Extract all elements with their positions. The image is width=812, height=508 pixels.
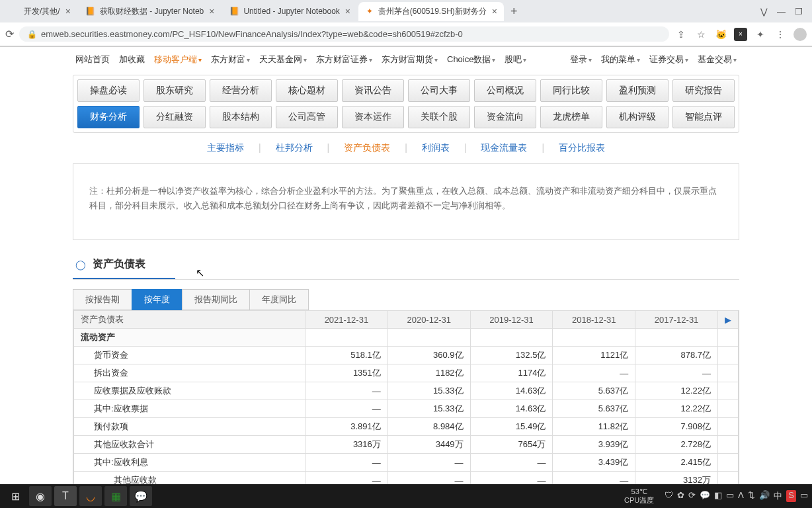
task-wechat[interactable]: 💬 (130, 486, 152, 506)
category-button[interactable]: 股东研究 (143, 79, 206, 102)
category-button[interactable]: 公司高管 (276, 106, 338, 128)
url-bar[interactable]: 🔒 emweb.securities.eastmoney.com/PC_HSF1… (19, 26, 669, 42)
tray-notif-icon[interactable]: ▭ (800, 490, 808, 502)
nav-menu[interactable]: 我的菜单 (598, 52, 643, 67)
window-line-icon[interactable]: — (777, 7, 786, 17)
nav-fund[interactable]: 天天基金网 (257, 52, 309, 67)
tray-app-icon[interactable]: ✿ (677, 490, 684, 502)
nav-fav[interactable]: 加收藏 (116, 52, 147, 67)
new-tab-button[interactable]: + (505, 2, 523, 21)
filter-tab[interactable]: 年度同比 (249, 289, 309, 310)
tray-s-icon[interactable]: S (786, 490, 796, 502)
category-button[interactable]: 股本结构 (210, 106, 272, 128)
tab-1[interactable]: 📙获取财经数据 - Jupyter Noteb× (79, 2, 222, 21)
task-excel[interactable]: ▦ (104, 486, 127, 506)
category-button[interactable]: 盈利预测 (606, 79, 669, 102)
nav-sec[interactable]: 东方财富证券 (313, 52, 375, 67)
close-icon[interactable]: × (345, 6, 350, 17)
nav-home[interactable]: 网站首页 (73, 52, 112, 67)
category-button[interactable]: 资讯公告 (342, 79, 404, 102)
table-row: 应收票据及应收账款—15.33亿14.63亿5.637亿12.22亿 (74, 382, 739, 400)
nav-login[interactable]: 登录 (567, 52, 594, 67)
cell-value: — (305, 400, 388, 418)
tray-vol-icon[interactable]: 🔊 (759, 490, 770, 502)
cell-value: 3449万 (387, 436, 470, 454)
nav-trade[interactable]: 证券交易 (647, 52, 691, 67)
category-button[interactable]: 智能点评 (672, 106, 735, 128)
subtab-link[interactable]: 主要指标 (207, 142, 244, 154)
cell-value: — (635, 364, 718, 382)
subtab-link[interactable]: 百分比报表 (559, 142, 605, 154)
scroll-right-icon[interactable]: ▶ (718, 311, 739, 329)
category-button[interactable]: 财务分析 (77, 106, 140, 128)
cell-value: 15.33亿 (387, 382, 470, 400)
close-icon[interactable]: × (209, 6, 214, 17)
filter-tab[interactable]: 按年度 (132, 289, 183, 310)
subtab-link[interactable]: 现金流量表 (481, 142, 527, 154)
url-text: emweb.securities.eastmoney.com/PC_HSF10/… (41, 29, 463, 39)
subtab-link[interactable]: 利润表 (422, 142, 450, 154)
tab-2[interactable]: 📙Untitled - Jupyter Notebook× (222, 2, 357, 21)
row-label: 其他应收款合计 (74, 436, 305, 454)
shield-icon[interactable]: 🐱 (714, 28, 727, 41)
category-button[interactable]: 同行比较 (540, 79, 602, 102)
close-icon[interactable]: × (492, 6, 497, 17)
tray-icons[interactable]: 🛡 ✿ ⟳ 💬 ◧ ▭ ᐱ ⇅ 🔊 中 S ▭ (665, 490, 808, 502)
share-icon[interactable]: ⇪ (674, 28, 688, 41)
nav-fundtrade[interactable]: 基金交易 (695, 52, 739, 67)
tray-disp-icon[interactable]: ▭ (726, 490, 734, 502)
category-button[interactable]: 核心题材 (276, 79, 338, 102)
category-button[interactable]: 经营分析 (210, 79, 272, 102)
cell-value: 2.415亿 (635, 454, 718, 472)
subtab-link[interactable]: 资产负债表 (344, 142, 390, 154)
jupyter-icon: 📙 (85, 6, 96, 17)
category-button[interactable]: 资金流向 (474, 106, 536, 128)
bookmark-icon[interactable]: ☆ (694, 28, 708, 41)
tray-sync-icon[interactable]: ⟳ (688, 490, 696, 502)
cell-value: 3.891亿 (305, 418, 388, 436)
tray-shield-icon[interactable]: 🛡 (665, 490, 673, 502)
cell-value: 7654万 (470, 436, 553, 454)
window-minimize-icon[interactable]: ⋁ (760, 7, 768, 17)
category-button[interactable]: 龙虎榜单 (540, 106, 602, 128)
profile-icon[interactable] (793, 28, 807, 41)
nav-mobile[interactable]: 移动客户端 (151, 52, 204, 67)
nav-df[interactable]: 东方财富 (208, 52, 253, 67)
ext-icon[interactable]: × (734, 28, 747, 41)
start-button[interactable]: ⊞ (4, 486, 26, 506)
tab-0[interactable]: 开发/其他/× (3, 2, 77, 21)
filter-tab[interactable]: 按报告期 (73, 289, 132, 310)
category-button[interactable]: 分红融资 (143, 106, 206, 128)
cell-value (470, 329, 553, 347)
reload-icon[interactable]: ⟳ (5, 28, 14, 40)
tray-wifi-icon[interactable]: ⇅ (748, 490, 755, 502)
tray-ime-icon[interactable]: 中 (774, 490, 782, 502)
filter-tab[interactable]: 报告期同比 (182, 289, 250, 310)
task-app-t[interactable]: T (54, 486, 77, 506)
menu-icon[interactable]: ⋮ (774, 28, 787, 41)
tray-chat-icon[interactable]: 💬 (700, 490, 710, 502)
row-label: 流动资产 (74, 329, 305, 347)
category-button[interactable]: 公司概况 (474, 79, 536, 102)
category-button[interactable]: 操盘必读 (77, 79, 140, 102)
task-app-c[interactable]: ◡ (79, 486, 102, 506)
category-button[interactable]: 公司大事 (408, 79, 470, 102)
sub-tabs: 主要指标|杜邦分析|资产负债表|利润表|现金流量表|百分比报表 (0, 136, 812, 161)
col-date: 2020-12-31 (387, 311, 470, 329)
close-icon[interactable]: × (65, 6, 71, 17)
tray-up-icon[interactable]: ᐱ (738, 490, 744, 502)
nav-choice[interactable]: Choice数据 (444, 52, 498, 67)
col-date: 2018-12-31 (553, 311, 635, 329)
task-chrome[interactable]: ◉ (29, 486, 52, 506)
tray-net-icon[interactable]: ◧ (714, 490, 722, 502)
extensions-icon[interactable]: ✦ (754, 28, 767, 41)
tab-3[interactable]: ✦贵州茅台(600519.SH)新财务分× (358, 2, 504, 21)
nav-guba[interactable]: 股吧 (502, 52, 529, 67)
category-button[interactable]: 关联个股 (408, 106, 470, 128)
category-button[interactable]: 资本运作 (342, 106, 404, 128)
category-button[interactable]: 机构评级 (606, 106, 669, 128)
category-button[interactable]: 研究报告 (672, 79, 735, 102)
subtab-link[interactable]: 杜邦分析 (276, 142, 313, 154)
window-restore-icon[interactable]: ❐ (795, 7, 803, 17)
nav-fut[interactable]: 东方财富期货 (379, 52, 440, 67)
